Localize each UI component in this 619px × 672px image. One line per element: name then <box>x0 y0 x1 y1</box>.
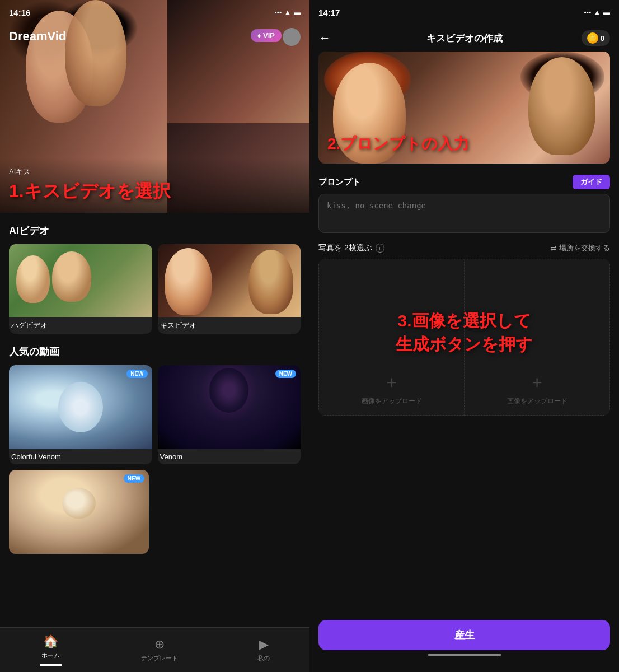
nav-indicator <box>40 664 62 666</box>
banner-area: 2.プロンプトの入力 <box>318 52 610 164</box>
cat-head <box>62 488 96 519</box>
home-indicator <box>428 654 501 656</box>
avatar[interactable] <box>283 28 301 46</box>
photo-select-row: 写真を 2枚選ぶ i ⇄ 場所を交換する <box>318 243 610 253</box>
right-panel: 14:17 ▪▪▪ ▲ ▬ ← キスビデオの作成 🪙 0 2.プロンプトの入力 … <box>310 0 619 672</box>
prompt-row: プロンプト ガイド <box>318 175 610 189</box>
swap-button[interactable]: ⇄ 場所を交換する <box>550 243 610 253</box>
signal-icon: ▪▪▪ <box>274 8 282 16</box>
r-wifi-icon: ▲ <box>594 8 601 16</box>
right-header: ← キスビデオの作成 🪙 0 <box>310 25 619 52</box>
nav-home-label: ホーム <box>41 651 60 660</box>
kiss-face-2 <box>248 250 293 314</box>
upload-text-2: 画像をアップロード <box>507 396 568 406</box>
young-woman-face <box>16 255 50 303</box>
upload-plus-2: + <box>532 372 542 393</box>
hug-video-label: ハグビデオ <box>9 317 152 334</box>
prompt-input[interactable] <box>318 194 610 233</box>
generate-btn-wrap: 産生 <box>310 613 619 672</box>
pop-card-venom[interactable]: NEW Venom <box>158 365 301 464</box>
new-badge-3: NEW <box>124 474 144 483</box>
colorful-venom-label: Colorful Venom <box>9 449 152 464</box>
pop-card-colorful-venom[interactable]: NEW Colorful Venom <box>9 365 152 464</box>
kiss-thumb <box>158 244 301 317</box>
coin-icon: 🪙 <box>587 32 598 44</box>
generate-button[interactable]: 産生 <box>318 620 610 650</box>
prompt-label: プロンプト <box>318 177 360 188</box>
venom-label: Venom <box>158 449 301 464</box>
popular-section-title: 人気の動画 <box>9 345 301 358</box>
upload-slot-2[interactable]: + 画像をアップロード <box>464 259 610 416</box>
hero-tag: AIキス <box>9 167 301 177</box>
ai-video-section-title: AIビデオ <box>9 224 301 237</box>
right-content: プロンプト ガイド 写真を 2枚選ぶ i ⇄ 場所を交換する + 画像をアップロ… <box>310 164 619 613</box>
nav-item-my[interactable]: ▶ 私の <box>257 637 270 662</box>
upload-area: + 画像をアップロード + 画像をアップロード 3.画像を選択して 生成ボタンを… <box>318 259 610 416</box>
bottom-nav: 🏠 ホーム ⊕ テンプレート ▶ 私の <box>0 627 310 672</box>
hug-face-couple <box>9 244 152 317</box>
left-status-icons: ▪▪▪ ▲ ▬ <box>274 8 301 16</box>
dark-blob <box>209 368 248 413</box>
info-icon: i <box>376 244 384 253</box>
kiss-face-1 <box>165 248 212 315</box>
pop-card-cat[interactable]: NEW <box>9 470 149 554</box>
banner-text-overlay: 2.プロンプトの入力 <box>327 133 469 155</box>
page-title: キスビデオの作成 <box>426 32 503 45</box>
upload-text-1: 画像をアップロード <box>362 396 422 406</box>
kiss-video-card[interactable]: キスビデオ <box>158 244 301 334</box>
kiss-video-label: キスビデオ <box>158 317 301 334</box>
swap-icon: ⇄ <box>550 244 557 253</box>
kiss-face-couple <box>158 244 301 317</box>
fluffy-blob <box>58 382 103 432</box>
template-icon: ⊕ <box>154 637 165 652</box>
home-icon: 🏠 <box>43 634 58 649</box>
nav-my-label: 私の <box>257 654 270 662</box>
hug-video-card[interactable]: ハグビデオ <box>9 244 152 334</box>
nav-item-template[interactable]: ⊕ テンプレート <box>141 637 178 662</box>
new-badge-1: NEW <box>126 370 147 378</box>
hero-overlay: AIキス 1.キスビデオを選択 <box>0 158 310 213</box>
wifi-icon: ▲ <box>284 8 291 16</box>
back-button[interactable]: ← <box>318 31 331 45</box>
ai-video-grid: ハグビデオ キスビデオ <box>9 244 301 334</box>
left-time: 14:16 <box>9 8 30 17</box>
coin-badge[interactable]: 🪙 0 <box>582 30 610 46</box>
nav-item-home[interactable]: 🏠 ホーム <box>40 634 62 666</box>
upload-slot-1[interactable]: + 画像をアップロード <box>318 259 464 416</box>
coin-count: 0 <box>601 34 604 43</box>
right-status-bar: 14:17 ▪▪▪ ▲ ▬ <box>310 0 619 25</box>
hero-title-overlay: 1.キスビデオを選択 <box>9 179 301 204</box>
app-logo: DreamVid <box>9 29 66 44</box>
hug-thumb <box>9 244 152 317</box>
r-battery-icon: ▬ <box>603 8 610 16</box>
photo-select-label: 写真を 2枚選ぶ i <box>318 243 384 253</box>
upload-slots: + 画像をアップロード + 画像をアップロード <box>318 259 610 416</box>
battery-icon: ▬ <box>294 8 301 16</box>
left-status-bar: 14:16 ▪▪▪ ▲ ▬ <box>0 0 310 25</box>
popular-grid: NEW Colorful Venom NEW Venom <box>9 365 301 464</box>
r-signal-icon: ▪▪▪ <box>584 8 591 16</box>
old-man-face <box>52 251 91 302</box>
guide-button[interactable]: ガイド <box>573 175 610 189</box>
right-status-icons: ▪▪▪ ▲ ▬ <box>584 8 610 16</box>
left-content: AIビデオ ハグビデオ <box>0 213 310 627</box>
upload-plus-1: + <box>386 372 397 393</box>
left-panel: 14:16 ▪▪▪ ▲ ▬ DreamVid ♦ VIP AIキス 1.キスビデ… <box>0 0 310 672</box>
my-icon: ▶ <box>259 637 269 652</box>
vip-badge[interactable]: ♦ VIP <box>251 29 282 42</box>
right-time: 14:17 <box>318 8 340 17</box>
banner-face-right <box>528 57 595 155</box>
nav-template-label: テンプレート <box>141 654 178 662</box>
new-badge-2: NEW <box>275 370 296 378</box>
